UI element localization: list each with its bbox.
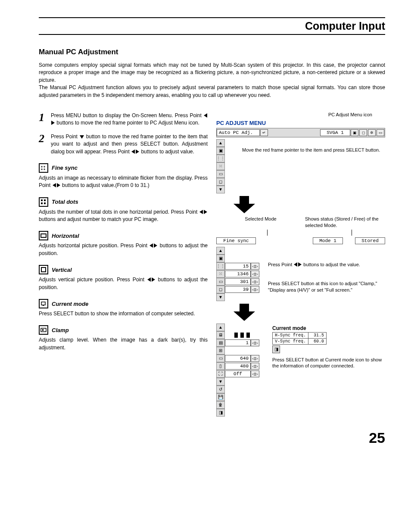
clamp-icon [39,325,48,335]
menubar-mode-label: SVGA 1 [320,129,350,136]
fine-sync-icon [39,163,48,173]
value-clamp: 1 [225,339,251,346]
store-icon: 💾 [216,393,225,401]
svg-rect-0 [41,199,43,201]
fine-sync-menu-icon: ⋮⋮ [216,155,225,162]
horizontal-menu-icon: ▭ [216,278,225,286]
step-1-text: Press MENU button to display the On-Scre… [51,112,208,127]
vertical-title: Vertical [52,267,72,273]
menubar-left-label: Auto PC Adj. [217,129,260,136]
status-label: Shows status (Stored / Free) of the sele… [305,216,385,229]
page-header: Computer Input [39,20,385,35]
step-2: 2 Press Point button to move the red fra… [39,133,208,156]
cm-vsync-label: V-Sync freq. [273,338,308,344]
scroll-up-icon: ▲ [216,247,225,255]
scroll-down-icon: ▼ [216,293,225,301]
menu-icon-column-2: ▲ ▣ ⋮⋮ ⁙ ▭ ◻ ▼ [216,247,225,301]
item-vertical: Vertical Adjusts vertical picture positi… [39,265,208,291]
down-arrow-icon [234,196,255,213]
fine-sync-title: Fine sync [52,165,78,171]
menu-icon-column-1: ▲ ▣ ⋮⋮ ⁙ ▭ ◻ ▼ [216,139,225,193]
svg-rect-7 [43,305,44,306]
quit-small-icon: ◨ [272,345,280,353]
svg-rect-11 [240,333,244,338]
svg-rect-2 [41,202,43,204]
horizontal-title: Horizontal [52,233,79,239]
point-left-icon [294,262,297,267]
point-left-icon [199,210,203,214]
adjust-icon: ◁▷ [251,263,259,270]
manual-page: Computer Input Manual PC Adjustment Some… [0,0,411,464]
adjust-icon: ◁▷ [251,271,259,277]
step-2-text: Press Point button to move the red frame… [51,133,208,156]
vertical-menu-icon: ◻ [216,286,225,293]
selected-mode-label: Selected Mode [221,216,301,229]
display-area-v-icon: ▯ [216,362,225,370]
down-arrow-icon [234,304,255,321]
current-mode-menu-icon: 🖥 [216,331,225,339]
menu-icon-3: ✲ [368,129,376,136]
total-dots-menu-icon: ⁙ [216,162,225,170]
adjust-icon: ◁▷ [251,370,259,377]
item-total-dots: Total dots Adjusts the number of total d… [39,197,208,224]
cm-hsync-value: 31.5 [308,332,327,338]
selrow-left: Fine sync [216,237,256,244]
item-horizontal: Horizontal Adjusts horizontal picture po… [39,231,208,257]
scroll-up-icon: ▲ [216,324,225,331]
cm-vsync-value: 60.0 [308,338,327,344]
value-fine-sync: 15 [225,263,251,270]
value-column-2: 1◁▷ 640◁▷ 480◁▷ Off◁▷ [225,324,259,417]
full-screen-icon: ⛶ [216,370,225,378]
return-icon: ↵ [260,129,268,136]
selrow-mid: Mode 1 [313,237,343,244]
point-right-icon [154,243,157,248]
quit-icon: ◨ [216,409,225,417]
point-right-icon [136,149,139,154]
svg-rect-10 [234,333,238,338]
display-area-h-icon: ▭ [216,355,225,362]
auto-pc-icon: ▣ [216,147,225,155]
annotation-select-icon: Press SELECT button at this icon to adju… [268,280,385,293]
point-right-icon [57,183,60,187]
svg-rect-9 [42,329,44,331]
point-right-icon [51,121,55,125]
current-mode-desc: Press SELECT button to show the informat… [39,310,208,317]
point-right-icon [298,262,302,267]
adjust-icon: ◁▷ [251,278,259,285]
selrow-right: Stored [355,237,385,244]
page-number: 25 [39,429,385,446]
scroll-down-icon: ▼ [216,378,225,386]
current-mode-title: Current mode [52,301,88,307]
point-left-icon [204,113,207,118]
pc-adjust-menu-title: PC ADJUST MENU [216,120,385,126]
section-title: Manual PC Adjustment [39,48,385,56]
vertical-desc: Adjusts vertical picture position. Press… [39,276,208,291]
point-left-icon [147,277,151,282]
icon-caption: PC Adjust Menu icon [216,112,385,117]
mode-free-icon: 🗑 [216,401,225,409]
annotation-move-pointer: Move the red frame pointer to the item a… [242,147,380,193]
menu-icon-column-3: ▲ 🖥 ▤ ⊞ ▭ ▯ ⛶ ▼ ↺ 💾 🗑 ◨ [216,324,225,417]
fine-sync-desc: Adjusts an image as necessary to elimina… [39,174,208,190]
fine-sync-menu-icon: ⋮⋮ [216,262,225,270]
value-display-h: 640 [225,355,251,362]
item-clamp: Clamp Adjusts clamp level. When the imag… [39,325,208,352]
total-dots-desc: Adjusts the number of total dots in one … [39,208,208,224]
svg-rect-3 [44,202,46,204]
horizontal-desc: Adjusts horizontal picture position. Pre… [39,242,208,257]
value-horizontal: 301 [225,278,251,285]
point-down-icon [80,135,84,139]
reset-icon: ↺ [216,386,225,393]
intro-text: Some computers employ special signal for… [39,62,385,99]
menu-icon-2: ◻ [359,129,367,136]
adjust-icon: ◁▷ [251,363,259,370]
auto-pc-icon: ▣ [216,255,225,262]
current-mode-note: Press SELECT button at Current mode icon… [272,357,385,370]
left-column: 1 Press MENU button to display the On-Sc… [39,112,208,417]
step-2-number: 2 [39,133,51,156]
clamp-desc: Adjusts clamp level. When the image has … [39,336,208,352]
horizontal-menu-icon: ▭ [216,170,225,178]
horizontal-icon [39,231,48,240]
value-total-dots: 1346 [225,271,251,277]
vertical-menu-icon: ◻ [216,178,225,186]
